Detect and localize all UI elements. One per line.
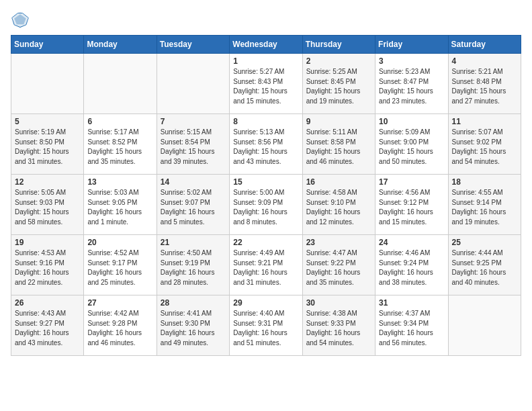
calendar-cell: 5Sunrise: 5:19 AMSunset: 8:50 PMDaylight…	[11, 114, 84, 175]
day-info: Sunrise: 4:52 AMSunset: 9:17 PMDaylight:…	[87, 248, 152, 287]
day-number: 13	[87, 177, 152, 187]
day-info: Sunrise: 4:37 AMSunset: 9:34 PMDaylight:…	[379, 309, 444, 348]
calendar-cell: 30Sunrise: 4:38 AMSunset: 9:33 PMDayligh…	[302, 295, 375, 356]
calendar-cell: 13Sunrise: 5:03 AMSunset: 9:05 PMDayligh…	[84, 175, 157, 235]
calendar-cell	[157, 54, 229, 114]
calendar-cell: 20Sunrise: 4:52 AMSunset: 9:17 PMDayligh…	[84, 235, 157, 295]
day-header-friday: Friday	[375, 36, 448, 54]
day-info: Sunrise: 4:42 AMSunset: 9:28 PMDaylight:…	[87, 309, 152, 348]
day-info: Sunrise: 5:11 AMSunset: 8:58 PMDaylight:…	[306, 128, 371, 167]
calendar-cell: 11Sunrise: 5:07 AMSunset: 9:02 PMDayligh…	[448, 114, 521, 175]
calendar-week-row: 5Sunrise: 5:19 AMSunset: 8:50 PMDaylight…	[11, 114, 521, 175]
day-number: 3	[379, 56, 444, 66]
day-number: 7	[161, 117, 226, 126]
day-number: 15	[233, 177, 298, 187]
calendar-cell	[448, 295, 521, 356]
day-number: 12	[15, 177, 80, 187]
calendar-cell: 26Sunrise: 4:43 AMSunset: 9:27 PMDayligh…	[11, 295, 84, 356]
day-number: 20	[87, 238, 152, 247]
day-number: 24	[379, 238, 444, 247]
logo	[11, 11, 32, 30]
calendar-cell: 23Sunrise: 4:47 AMSunset: 9:22 PMDayligh…	[302, 235, 375, 295]
day-info: Sunrise: 4:53 AMSunset: 9:16 PMDaylight:…	[15, 248, 80, 287]
day-info: Sunrise: 5:25 AMSunset: 8:45 PMDaylight:…	[306, 67, 371, 106]
day-info: Sunrise: 5:00 AMSunset: 9:09 PMDaylight:…	[233, 188, 298, 227]
day-number: 16	[306, 177, 371, 187]
day-number: 10	[379, 117, 444, 126]
calendar-cell: 22Sunrise: 4:49 AMSunset: 9:21 PMDayligh…	[230, 235, 302, 295]
day-info: Sunrise: 5:05 AMSunset: 9:03 PMDaylight:…	[15, 188, 80, 227]
calendar-cell: 18Sunrise: 4:55 AMSunset: 9:14 PMDayligh…	[448, 175, 521, 235]
day-number: 23	[306, 238, 371, 247]
day-info: Sunrise: 5:23 AMSunset: 8:47 PMDaylight:…	[379, 67, 444, 106]
day-info: Sunrise: 5:09 AMSunset: 9:00 PMDaylight:…	[379, 128, 444, 167]
calendar-cell: 12Sunrise: 5:05 AMSunset: 9:03 PMDayligh…	[11, 175, 84, 235]
day-header-tuesday: Tuesday	[157, 36, 229, 54]
day-header-thursday: Thursday	[302, 36, 375, 54]
calendar-cell: 15Sunrise: 5:00 AMSunset: 9:09 PMDayligh…	[230, 175, 302, 235]
day-number: 2	[306, 56, 371, 66]
day-number: 28	[161, 298, 226, 308]
day-header-wednesday: Wednesday	[230, 36, 302, 54]
day-number: 21	[161, 238, 226, 247]
calendar-cell	[11, 54, 84, 114]
calendar-week-row: 19Sunrise: 4:53 AMSunset: 9:16 PMDayligh…	[11, 235, 521, 295]
calendar-cell: 4Sunrise: 5:21 AMSunset: 8:48 PMDaylight…	[448, 54, 521, 114]
calendar-cell: 14Sunrise: 5:02 AMSunset: 9:07 PMDayligh…	[157, 175, 229, 235]
day-number: 14	[161, 177, 226, 187]
calendar-cell: 28Sunrise: 4:41 AMSunset: 9:30 PMDayligh…	[157, 295, 229, 356]
calendar-cell: 9Sunrise: 5:11 AMSunset: 8:58 PMDaylight…	[302, 114, 375, 175]
day-number: 25	[452, 238, 517, 247]
day-number: 17	[379, 177, 444, 187]
day-info: Sunrise: 4:49 AMSunset: 9:21 PMDaylight:…	[233, 248, 298, 287]
day-info: Sunrise: 5:17 AMSunset: 8:52 PMDaylight:…	[87, 128, 152, 167]
day-number: 26	[15, 298, 80, 308]
calendar-week-row: 12Sunrise: 5:05 AMSunset: 9:03 PMDayligh…	[11, 175, 521, 235]
calendar-cell: 19Sunrise: 4:53 AMSunset: 9:16 PMDayligh…	[11, 235, 84, 295]
day-info: Sunrise: 4:46 AMSunset: 9:24 PMDaylight:…	[379, 248, 444, 287]
calendar-cell: 29Sunrise: 4:40 AMSunset: 9:31 PMDayligh…	[230, 295, 302, 356]
day-info: Sunrise: 4:41 AMSunset: 9:30 PMDaylight:…	[161, 309, 226, 348]
calendar-header-row: SundayMondayTuesdayWednesdayThursdayFrid…	[11, 36, 521, 54]
day-info: Sunrise: 5:27 AMSunset: 8:43 PMDaylight:…	[233, 67, 298, 106]
calendar-cell: 31Sunrise: 4:37 AMSunset: 9:34 PMDayligh…	[375, 295, 448, 356]
calendar-cell: 27Sunrise: 4:42 AMSunset: 9:28 PMDayligh…	[84, 295, 157, 356]
day-info: Sunrise: 5:07 AMSunset: 9:02 PMDaylight:…	[452, 128, 517, 167]
day-number: 29	[233, 298, 298, 308]
day-number: 6	[87, 117, 152, 126]
calendar-cell: 16Sunrise: 4:58 AMSunset: 9:10 PMDayligh…	[302, 175, 375, 235]
day-number: 9	[306, 117, 371, 126]
day-number: 1	[233, 56, 298, 66]
day-number: 27	[87, 298, 152, 308]
calendar-cell: 17Sunrise: 4:56 AMSunset: 9:12 PMDayligh…	[375, 175, 448, 235]
day-info: Sunrise: 4:44 AMSunset: 9:25 PMDaylight:…	[452, 248, 517, 287]
calendar-cell: 2Sunrise: 5:25 AMSunset: 8:45 PMDaylight…	[302, 54, 375, 114]
day-number: 22	[233, 238, 298, 247]
day-info: Sunrise: 4:47 AMSunset: 9:22 PMDaylight:…	[306, 248, 371, 287]
day-info: Sunrise: 5:15 AMSunset: 8:54 PMDaylight:…	[161, 128, 226, 167]
day-info: Sunrise: 5:21 AMSunset: 8:48 PMDaylight:…	[452, 67, 517, 106]
calendar-week-row: 1Sunrise: 5:27 AMSunset: 8:43 PMDaylight…	[11, 54, 521, 114]
page-header	[11, 11, 521, 30]
calendar-table: SundayMondayTuesdayWednesdayThursdayFrid…	[11, 35, 521, 356]
day-info: Sunrise: 4:56 AMSunset: 9:12 PMDaylight:…	[379, 188, 444, 227]
calendar-cell: 10Sunrise: 5:09 AMSunset: 9:00 PMDayligh…	[375, 114, 448, 175]
day-header-sunday: Sunday	[11, 36, 84, 54]
day-info: Sunrise: 4:43 AMSunset: 9:27 PMDaylight:…	[15, 309, 80, 348]
day-number: 5	[15, 117, 80, 126]
day-number: 19	[15, 238, 80, 247]
day-number: 11	[452, 117, 517, 126]
day-info: Sunrise: 4:58 AMSunset: 9:10 PMDaylight:…	[306, 188, 371, 227]
day-info: Sunrise: 4:38 AMSunset: 9:33 PMDaylight:…	[306, 309, 371, 348]
calendar-cell: 24Sunrise: 4:46 AMSunset: 9:24 PMDayligh…	[375, 235, 448, 295]
day-info: Sunrise: 5:03 AMSunset: 9:05 PMDaylight:…	[87, 188, 152, 227]
day-info: Sunrise: 4:40 AMSunset: 9:31 PMDaylight:…	[233, 309, 298, 348]
logo-icon	[11, 11, 30, 30]
calendar-cell: 8Sunrise: 5:13 AMSunset: 8:56 PMDaylight…	[230, 114, 302, 175]
day-header-monday: Monday	[84, 36, 157, 54]
day-info: Sunrise: 5:13 AMSunset: 8:56 PMDaylight:…	[233, 128, 298, 167]
day-number: 31	[379, 298, 444, 308]
calendar-cell: 25Sunrise: 4:44 AMSunset: 9:25 PMDayligh…	[448, 235, 521, 295]
calendar-cell: 1Sunrise: 5:27 AMSunset: 8:43 PMDaylight…	[230, 54, 302, 114]
calendar-cell: 6Sunrise: 5:17 AMSunset: 8:52 PMDaylight…	[84, 114, 157, 175]
